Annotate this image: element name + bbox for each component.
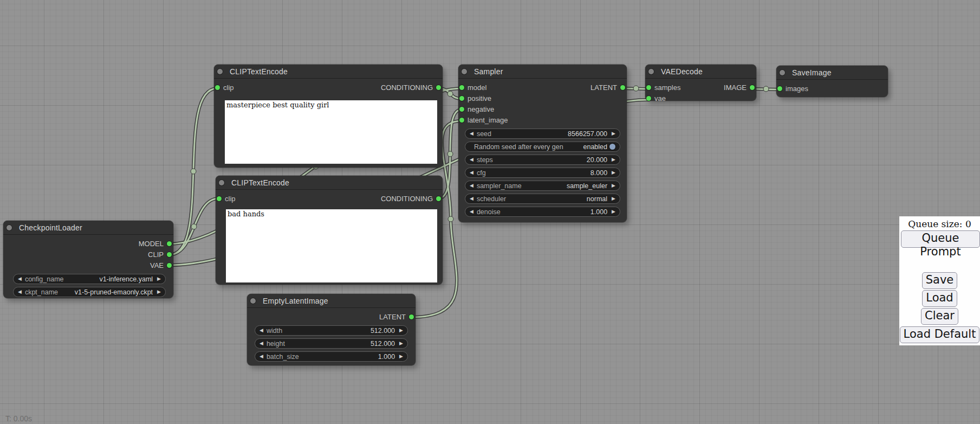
widget-config-name[interactable]: ◀ config_name v1-inference.yaml ▶ bbox=[13, 274, 166, 284]
decrement-arrow-icon[interactable]: ◀ bbox=[470, 183, 473, 188]
widget-height[interactable]: ◀ height 512.000 ▶ bbox=[255, 338, 408, 349]
increment-arrow-icon[interactable]: ▶ bbox=[399, 354, 403, 359]
input-slot-label: positive bbox=[468, 94, 491, 102]
node-title-bar[interactable]: EmptyLatentImage bbox=[247, 294, 416, 308]
widget-label: config_name bbox=[25, 275, 64, 283]
widget-value: 512.000 bbox=[371, 327, 395, 335]
widget-label: Random seed after every gen bbox=[474, 143, 563, 151]
widget-sampler-name[interactable]: ◀ sampler_name sample_euler ▶ bbox=[465, 181, 620, 191]
node-title-bar[interactable]: CLIPTextEncode bbox=[216, 176, 443, 190]
save-button[interactable]: Save bbox=[922, 272, 958, 289]
decrement-arrow-icon[interactable]: ◀ bbox=[18, 290, 22, 294]
input-slot-latent-image[interactable] bbox=[459, 118, 464, 123]
increment-arrow-icon[interactable]: ▶ bbox=[612, 209, 615, 214]
queue-menu-panel: Queue size: 0 Queue Prompt Save Load Cle… bbox=[899, 216, 980, 345]
node-title-bar[interactable]: CLIPTextEncode bbox=[214, 65, 443, 79]
widget-label: denoise bbox=[477, 208, 501, 216]
widget-cfg[interactable]: ◀ cfg 8.000 ▶ bbox=[465, 168, 620, 178]
collapse-dot-icon[interactable] bbox=[250, 298, 256, 304]
increment-arrow-icon[interactable]: ▶ bbox=[612, 183, 615, 188]
increment-arrow-icon[interactable]: ▶ bbox=[612, 131, 615, 136]
input-slot-negative[interactable] bbox=[459, 107, 464, 112]
widget-random-seed-toggle[interactable]: Random seed after every gen enabled bbox=[465, 142, 620, 152]
increment-arrow-icon[interactable]: ▶ bbox=[157, 277, 161, 281]
widget-ckpt-name[interactable]: ◀ ckpt_name v1-5-pruned-emaonly.ckpt ▶ bbox=[13, 287, 166, 297]
decrement-arrow-icon[interactable]: ◀ bbox=[470, 131, 473, 136]
node-sampler[interactable]: Sampler model LATENT positive negative l… bbox=[458, 65, 627, 222]
node-clip-text-encode-negative[interactable]: CLIPTextEncode clip CONDITIONING bad han… bbox=[216, 176, 443, 285]
decrement-arrow-icon[interactable]: ◀ bbox=[259, 328, 263, 333]
queue-prompt-button[interactable]: Queue Prompt bbox=[901, 230, 980, 248]
toggle-dot-icon[interactable] bbox=[609, 144, 615, 150]
decrement-arrow-icon[interactable]: ◀ bbox=[259, 341, 263, 346]
widget-denoise[interactable]: ◀ denoise 1.000 ▶ bbox=[465, 207, 620, 217]
increment-arrow-icon[interactable]: ▶ bbox=[612, 196, 615, 201]
collapse-dot-icon[interactable] bbox=[217, 69, 223, 74]
widget-width[interactable]: ◀ width 512.000 ▶ bbox=[255, 325, 408, 336]
node-title-bar[interactable]: VAEDecode bbox=[645, 65, 756, 79]
output-slot-label: CONDITIONING bbox=[381, 83, 433, 92]
output-slot-conditioning[interactable] bbox=[436, 196, 441, 201]
collapse-dot-icon[interactable] bbox=[462, 69, 467, 74]
node-graph-canvas[interactable]: T: 0.00s CLIPTextEncode clip CONDITIONIN… bbox=[0, 0, 980, 424]
output-slot-vae[interactable] bbox=[167, 263, 172, 268]
collapse-dot-icon[interactable] bbox=[7, 225, 12, 230]
decrement-arrow-icon[interactable]: ◀ bbox=[470, 196, 473, 201]
collapse-dot-icon[interactable] bbox=[219, 180, 224, 185]
widget-label: steps bbox=[477, 156, 493, 164]
output-slot-label: LATENT bbox=[590, 83, 617, 92]
widget-batch-size[interactable]: ◀ batch_size 1.000 ▶ bbox=[255, 351, 408, 362]
output-slot-conditioning[interactable] bbox=[436, 85, 441, 90]
collapse-dot-icon[interactable] bbox=[648, 69, 654, 74]
input-slot-label: model bbox=[468, 83, 486, 92]
input-slot-samples[interactable] bbox=[646, 85, 651, 90]
clear-button[interactable]: Clear bbox=[921, 308, 958, 325]
increment-arrow-icon[interactable]: ▶ bbox=[157, 290, 161, 294]
increment-arrow-icon[interactable]: ▶ bbox=[399, 328, 403, 333]
decrement-arrow-icon[interactable]: ◀ bbox=[259, 354, 263, 359]
input-slot-images[interactable] bbox=[777, 86, 782, 91]
decrement-arrow-icon[interactable]: ◀ bbox=[470, 157, 473, 162]
increment-arrow-icon[interactable]: ▶ bbox=[612, 157, 615, 162]
widget-label: sampler_name bbox=[477, 182, 522, 190]
input-slot-model[interactable] bbox=[459, 85, 464, 90]
widget-value: normal bbox=[587, 195, 607, 203]
node-vae-decode[interactable]: VAEDecode samples IMAGE vae bbox=[645, 65, 756, 101]
input-slot-clip[interactable] bbox=[217, 196, 222, 201]
node-title-bar[interactable]: Sampler bbox=[458, 65, 627, 79]
output-slot-model[interactable] bbox=[167, 241, 172, 246]
widget-scheduler[interactable]: ◀ scheduler normal ▶ bbox=[465, 194, 620, 204]
node-title: CLIPTextEncode bbox=[231, 178, 289, 187]
decrement-arrow-icon[interactable]: ◀ bbox=[470, 209, 473, 214]
increment-arrow-icon[interactable]: ▶ bbox=[612, 170, 615, 175]
input-slot-vae[interactable] bbox=[646, 96, 651, 101]
widget-seed[interactable]: ◀ seed 8566257.000 ▶ bbox=[465, 129, 620, 139]
widget-label: width bbox=[267, 327, 282, 335]
input-slot-positive[interactable] bbox=[459, 96, 464, 101]
decrement-arrow-icon[interactable]: ◀ bbox=[18, 277, 22, 281]
node-clip-text-encode-positive[interactable]: CLIPTextEncode clip CONDITIONING masterp… bbox=[214, 65, 443, 168]
node-save-image[interactable]: SaveImage images bbox=[776, 66, 888, 97]
output-slot-latent[interactable] bbox=[409, 314, 414, 319]
output-slot-latent[interactable] bbox=[620, 85, 625, 90]
load-default-button[interactable]: Load Default bbox=[900, 326, 980, 343]
node-empty-latent-image[interactable]: EmptyLatentImage LATENT ◀ width 512.000 … bbox=[247, 294, 416, 365]
decrement-arrow-icon[interactable]: ◀ bbox=[470, 170, 473, 175]
widget-steps[interactable]: ◀ steps 20.000 ▶ bbox=[465, 155, 620, 165]
collapse-dot-icon[interactable] bbox=[780, 70, 785, 75]
node-checkpoint-loader[interactable]: CheckpointLoader MODEL CLIP VAE ◀ config… bbox=[3, 221, 173, 298]
positive-prompt-textarea[interactable]: masterpiece best quality girl bbox=[225, 100, 437, 164]
load-button[interactable]: Load bbox=[922, 290, 957, 307]
input-slot-clip[interactable] bbox=[215, 85, 220, 90]
output-slot-label-clip: CLIP bbox=[148, 250, 164, 259]
output-slot-label-vae: VAE bbox=[150, 261, 164, 269]
input-slot-label: latent_image bbox=[468, 116, 508, 124]
output-slot-clip[interactable] bbox=[167, 252, 172, 257]
negative-prompt-textarea[interactable]: bad hands bbox=[226, 209, 437, 282]
node-title-bar[interactable]: SaveImage bbox=[776, 66, 888, 80]
increment-arrow-icon[interactable]: ▶ bbox=[399, 341, 403, 346]
output-slot-image[interactable] bbox=[750, 85, 755, 90]
widget-value: 8.000 bbox=[590, 169, 607, 177]
execution-timer: T: 0.00s bbox=[5, 414, 32, 423]
node-title-bar[interactable]: CheckpointLoader bbox=[3, 221, 173, 235]
